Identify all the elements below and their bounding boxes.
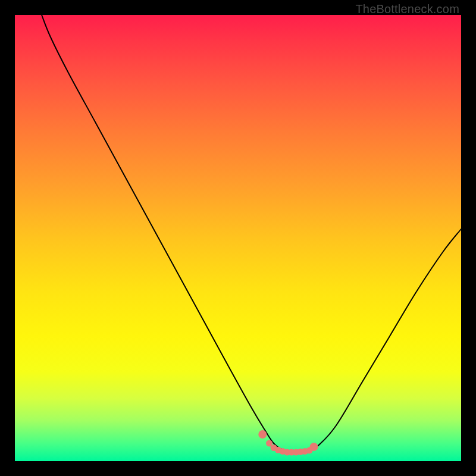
valley-marker-end [258, 430, 267, 439]
chart-svg [15, 15, 461, 461]
valley-marker-end [310, 443, 318, 451]
bottleneck-curve [42, 15, 461, 452]
watermark-text: TheBottleneck.com [355, 2, 459, 16]
chart-frame: TheBottleneck.com [0, 0, 476, 476]
plot-area [15, 15, 461, 461]
